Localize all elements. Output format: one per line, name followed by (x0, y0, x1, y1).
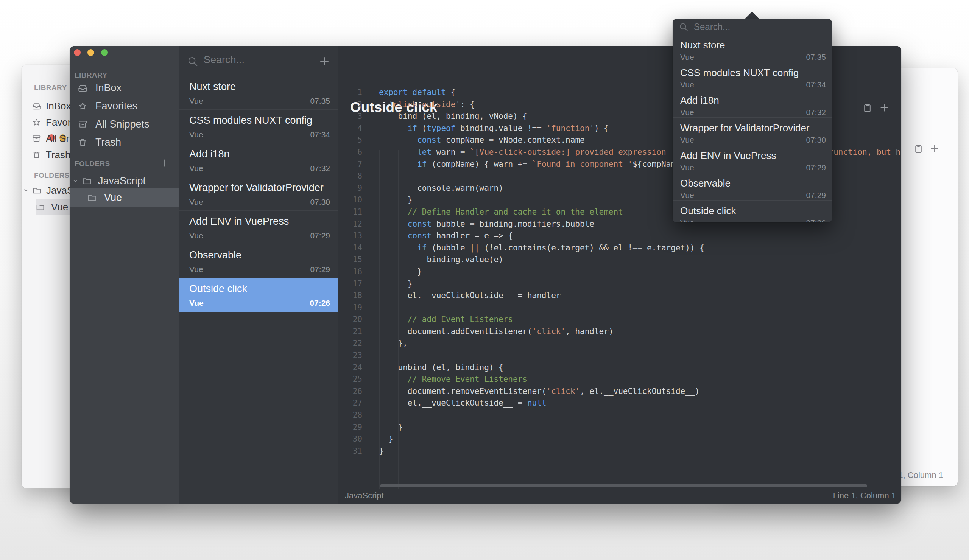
line-number: 6 (338, 146, 362, 158)
snippet-language: Vue (680, 191, 694, 200)
snippet-title: Add i18n (189, 148, 330, 160)
snippet-list-item[interactable]: CSS modules NUXT configVue07:34 (180, 110, 338, 143)
popover-list-item[interactable]: ObservableVue07:29 (673, 173, 832, 201)
snippet-time: 07:26 (310, 299, 330, 307)
popover-list-item[interactable]: Wrapper for ValidatorProviderVue07:30 (673, 118, 832, 145)
snippet-list-item[interactable]: ObservableVue07:29 (180, 244, 338, 278)
folder-icon (32, 186, 42, 195)
chevron-down-icon[interactable] (23, 187, 30, 194)
code-line: 17 } (338, 278, 901, 290)
code-text (379, 409, 384, 422)
snippet-time: 07:30 (806, 135, 826, 145)
close-button[interactable] (74, 49, 81, 56)
sidebar-item-inbox[interactable]: InBox (32, 98, 71, 113)
code-text: } (379, 278, 413, 290)
horizontal-scrollbar[interactable] (380, 484, 867, 487)
line-number: 23 (338, 350, 362, 362)
code-line: 20 // add Event Listeners (338, 314, 901, 326)
sidebar-item-trash[interactable]: Trash (70, 134, 180, 151)
code-text: } (379, 445, 384, 457)
snippet-list-item[interactable]: Add i18nVue07:32 (180, 143, 338, 177)
trash-icon (78, 137, 88, 148)
code-text: if (compName) { warn += `Found in compon… (379, 158, 704, 171)
line-number: 12 (338, 218, 362, 231)
snippet-list-panel: Nuxt storeVue07:35CSS modules NUXT confi… (180, 46, 338, 504)
zoom-button[interactable] (101, 49, 108, 56)
plus-icon[interactable] (930, 144, 939, 154)
code-text: unbind (el, binding) { (379, 362, 503, 374)
sidebar-subfolder-label: Vue (104, 192, 122, 204)
library-header: LIBRARY (75, 71, 108, 80)
status-language: JavaScript (345, 491, 384, 500)
clipboard-icon[interactable] (913, 144, 924, 154)
sidebar-item-label: Favorites (95, 100, 137, 112)
line-number: 25 (338, 374, 362, 386)
popover-search-input[interactable] (693, 21, 808, 33)
code-text: document.removeEventListener('click', el… (379, 386, 699, 398)
code-text: el.__vueClickOutside__ = handler (379, 290, 561, 302)
snippet-title: Add i18n (680, 95, 826, 106)
popover-list-item[interactable]: Outside clickVue07:26 (673, 201, 832, 223)
snippet-list-item[interactable]: Wrapper for ValidatorProviderVue07:30 (180, 177, 338, 211)
sidebar-item-favorites[interactable]: Favorites (70, 98, 180, 114)
sidebar-folder-javascript[interactable]: JavaScript (70, 173, 180, 189)
code-text: const compName = vNode.context.name (379, 134, 585, 146)
search-input[interactable] (203, 54, 310, 66)
folders-header: FOLDERS (34, 171, 70, 180)
code-line: 22 }, (338, 337, 901, 350)
line-number: 18 (338, 290, 362, 302)
snippet-title: CSS modules NUXT config (189, 115, 330, 126)
code-line: 28 (338, 409, 901, 422)
popover-list-item[interactable]: Add ENV in VuePressVue07:29 (673, 145, 832, 173)
code-text: console.warn(warn) (379, 183, 503, 194)
snippet-list-item[interactable]: Outside clickVue07:26 (180, 278, 338, 312)
minimize-button[interactable] (87, 49, 94, 56)
sidebar-item-inbox[interactable]: InBox (70, 80, 180, 96)
line-number: 2 (338, 99, 362, 111)
code-text: }, (379, 337, 408, 350)
trash-icon (32, 150, 41, 160)
code-text: 'click-outside': { (379, 99, 475, 111)
sidebar-item-trash[interactable]: Trash (32, 147, 71, 162)
code-text: } (379, 422, 403, 434)
code-text: bind (el, binding, vNode) { (379, 110, 527, 123)
line-number: 4 (338, 123, 362, 135)
sidebar-subfolder-vue[interactable]: Vue (36, 199, 68, 214)
archive-icon (78, 119, 88, 130)
archive-icon (32, 134, 41, 143)
snippet-time: 07:34 (310, 130, 330, 139)
sidebar-item-all-snippets[interactable]: All Snippets (70, 116, 180, 133)
snippet-language: Vue (189, 299, 204, 307)
snippet-title: Add ENV in VuePress (680, 150, 826, 161)
code-text (379, 170, 384, 183)
code-text: // add Event Listeners (379, 314, 513, 326)
snippet-language: Vue (189, 130, 203, 139)
sidebar-item-label: Trash (46, 149, 71, 161)
add-folder-button[interactable] (160, 158, 170, 168)
line-number: 24 (338, 362, 362, 374)
code-text: const handler = e => { (379, 230, 513, 242)
line-number: 3 (338, 110, 362, 123)
code-line: 29 } (338, 422, 901, 434)
line-number: 1 (338, 86, 362, 99)
snippet-list-item[interactable]: Add ENV in VuePressVue07:29 (180, 211, 338, 244)
snippet-language: Vue (680, 108, 694, 117)
add-snippet-button[interactable] (319, 56, 330, 67)
line-number: 14 (338, 242, 362, 254)
snippet-title: CSS modules NUXT config (680, 67, 826, 79)
search-bar (180, 46, 338, 76)
code-text: } (379, 194, 413, 206)
line-number: 11 (338, 206, 362, 218)
popover-list-item[interactable]: Nuxt storeVue07:35 (673, 35, 832, 62)
popover-list-item[interactable]: CSS modules NUXT configVue07:34 (673, 62, 832, 90)
snippet-language: Vue (680, 53, 694, 61)
line-number: 26 (338, 386, 362, 398)
snippet-time: 07:29 (806, 191, 826, 200)
snippet-list-item[interactable]: Nuxt storeVue07:35 (180, 76, 338, 110)
chevron-down-icon[interactable] (72, 178, 79, 184)
line-number: 20 (338, 314, 362, 326)
line-number: 7 (338, 158, 362, 171)
sidebar-subfolder-vue[interactable]: Vue (70, 188, 180, 207)
star-icon (78, 101, 88, 111)
popover-list-item[interactable]: Add i18nVue07:32 (673, 90, 832, 118)
